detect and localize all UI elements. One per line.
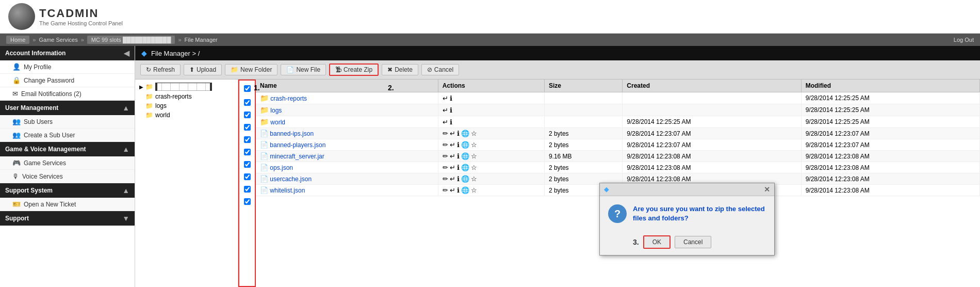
row-cb-8[interactable]: [244, 186, 251, 193]
header-checkbox-cell[interactable]: [244, 81, 251, 96]
edit-icon[interactable]: ✏: [443, 152, 448, 160]
cb-row-9[interactable]: [244, 195, 251, 208]
cb-row-6[interactable]: [244, 158, 251, 170]
sidebar-item-changepassword[interactable]: 🔒 Change Password: [0, 74, 135, 87]
action-arrow-icon[interactable]: ↵: [450, 186, 455, 194]
row-cb-4[interactable]: [244, 136, 251, 143]
new-file-button[interactable]: 📄 New File: [281, 64, 326, 75]
cb-row-4[interactable]: [244, 133, 251, 146]
action-arrow-icon[interactable]: ↵: [450, 164, 455, 171]
action-info-icon[interactable]: ℹ: [450, 94, 452, 102]
sidebar-section-gvmgmt[interactable]: Game & Voice Management ▲: [0, 142, 135, 156]
action-info-icon[interactable]: ℹ: [457, 164, 460, 171]
row-cb-6[interactable]: [244, 161, 251, 168]
sidebar-section-support[interactable]: Support ▼: [0, 211, 135, 226]
action-arrow-icon[interactable]: ↵: [443, 106, 448, 114]
tree-item-world[interactable]: 📁 world: [137, 110, 236, 120]
file-link[interactable]: usercache.json: [270, 176, 312, 183]
file-link[interactable]: banned-ips.json: [270, 130, 314, 137]
star-icon[interactable]: ☆: [471, 164, 477, 171]
app-title: TCADMIN: [39, 7, 123, 20]
star-icon[interactable]: ☆: [471, 152, 477, 160]
action-arrow-icon[interactable]: ↵: [450, 175, 455, 183]
edit-icon[interactable]: ✏: [443, 130, 448, 137]
globe-icon[interactable]: 🌐: [461, 164, 469, 171]
globe-icon[interactable]: 🌐: [461, 141, 469, 149]
file-link[interactable]: world: [270, 119, 285, 126]
file-link[interactable]: minecraft_server.jar: [270, 153, 324, 160]
sidebar-section-supportsystem[interactable]: Support System ▲: [0, 183, 135, 198]
cb-row-1[interactable]: [244, 96, 251, 108]
star-icon[interactable]: ☆: [471, 186, 477, 194]
action-arrow-icon[interactable]: ↵: [450, 152, 455, 160]
tree-item-logs[interactable]: 📁 logs: [137, 101, 236, 110]
size-cell: 2 bytes: [544, 139, 622, 151]
row-cb-2[interactable]: [244, 111, 251, 118]
tree-item-crash-reports[interactable]: 📁 crash-reports: [137, 92, 236, 101]
breadcrumb-item-home[interactable]: Home: [6, 36, 29, 44]
action-info-icon[interactable]: ℹ: [457, 186, 460, 194]
refresh-button[interactable]: ↻ Refresh: [140, 64, 181, 75]
breadcrumb-item-mc99[interactable]: MC 99 slots ████████████: [87, 36, 175, 44]
action-info-icon[interactable]: ℹ: [450, 118, 452, 126]
sidebar-item-createsubuser[interactable]: 👥 Create a Sub User: [0, 129, 135, 142]
dialog-ok-button[interactable]: OK: [643, 235, 671, 249]
star-icon[interactable]: ☆: [471, 175, 477, 183]
edit-icon[interactable]: ✏: [443, 164, 448, 171]
action-arrow-icon[interactable]: ↵: [450, 141, 455, 149]
select-all-checkbox[interactable]: [244, 85, 251, 92]
file-link[interactable]: banned-players.json: [270, 141, 325, 149]
file-link[interactable]: logs: [270, 107, 282, 114]
edit-icon[interactable]: ✏: [443, 186, 448, 194]
globe-icon[interactable]: 🌐: [461, 175, 469, 183]
new-file-icon: 📄: [286, 66, 294, 73]
edit-icon[interactable]: ✏: [443, 175, 448, 183]
action-info-icon[interactable]: ℹ: [457, 130, 460, 137]
file-link[interactable]: crash-reports: [270, 95, 307, 102]
star-icon[interactable]: ☆: [471, 130, 477, 137]
cb-row-3[interactable]: [244, 121, 251, 133]
row-cb-3[interactable]: [244, 124, 251, 131]
action-info-icon[interactable]: ℹ: [457, 175, 460, 183]
sidebar-item-subusers[interactable]: 👥 Sub Users: [0, 115, 135, 129]
sidebar-section-usermgmt[interactable]: User Management ▲: [0, 101, 135, 115]
cancel-button[interactable]: ⊘ Cancel: [421, 64, 459, 75]
sidebar-item-myprofile[interactable]: 👤 My Profile: [0, 60, 135, 74]
cb-row-2[interactable]: [244, 108, 251, 121]
sidebar-item-gameservices[interactable]: 🎮 Game Services: [0, 156, 135, 170]
action-info-icon[interactable]: ℹ: [450, 106, 452, 114]
row-cb-1[interactable]: [244, 99, 251, 106]
file-link[interactable]: whitelist.json: [270, 187, 305, 194]
star-icon[interactable]: ☆: [471, 141, 477, 149]
action-arrow-icon[interactable]: ↵: [450, 130, 455, 137]
user-icon: 👤: [12, 63, 21, 71]
action-info-icon[interactable]: ℹ: [457, 141, 460, 149]
sidebar-item-openticket[interactable]: 🎫 Open a New Ticket: [0, 198, 135, 211]
globe-icon[interactable]: 🌐: [461, 130, 469, 137]
row-cb-5[interactable]: [244, 149, 251, 155]
edit-icon[interactable]: ✏: [443, 141, 448, 149]
sidebar-item-emailnotifications[interactable]: ✉ Email Notifications (2): [0, 87, 135, 101]
sidebar-section-account[interactable]: Account Information ◀: [0, 46, 135, 60]
dialog-close-icon[interactable]: ✕: [764, 185, 770, 194]
row-cb-7[interactable]: [244, 173, 251, 180]
new-folder-button[interactable]: 📁 New Folder: [225, 64, 277, 75]
cb-row-5[interactable]: [244, 146, 251, 158]
sidebar-item-voiceservices[interactable]: 🎙 Voice Services: [0, 170, 135, 183]
action-arrow-icon[interactable]: ↵: [443, 118, 448, 126]
logout-link[interactable]: Log Out: [954, 37, 974, 43]
action-arrow-icon[interactable]: ↵: [443, 94, 448, 102]
upload-button[interactable]: ⬆ Upload: [184, 64, 222, 75]
globe-icon[interactable]: 🌐: [461, 186, 469, 194]
cb-row-8[interactable]: [244, 183, 251, 195]
row-cb-9[interactable]: [244, 198, 251, 205]
breadcrumb-item-gameservices[interactable]: Game Services: [39, 37, 77, 43]
globe-icon[interactable]: 🌐: [461, 152, 469, 160]
create-zip-button[interactable]: 🗜 Create Zip: [329, 63, 379, 76]
dialog-cancel-button[interactable]: Cancel: [675, 236, 711, 248]
action-info-icon[interactable]: ℹ: [457, 152, 460, 160]
delete-button[interactable]: ✖ Delete: [382, 64, 418, 75]
file-link[interactable]: ops.json: [270, 164, 293, 171]
tree-item-root[interactable]: ▶ 📁 ████████████: [137, 82, 236, 92]
cb-row-7[interactable]: [244, 170, 251, 183]
